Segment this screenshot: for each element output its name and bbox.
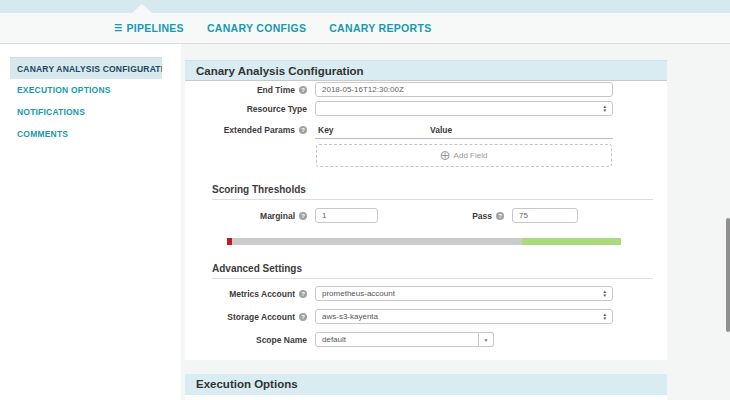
panel-body: End Time Resource Type ▲▼ Extended Param… (185, 80, 667, 360)
storage-account-row: Storage Account aws-s3-kayenta ▲▼ (185, 309, 667, 324)
top-navbar: ☰ PIPELINES CANARY CONFIGS CANARY REPORT… (0, 13, 730, 44)
sidebar-item-comments[interactable]: COMMENTS (10, 123, 162, 145)
hamburger-menu-icon: ☰ (114, 23, 122, 33)
metrics-account-row: Metrics Account prometheus-account ▲▼ (185, 286, 667, 301)
marginal-label-wrap: Marginal (185, 211, 307, 221)
scope-name-value: default (322, 335, 346, 344)
panel-title: Canary Analysis Configuration (185, 60, 667, 80)
pass-label-wrap: Pass (378, 211, 504, 221)
marginal-label: Marginal (260, 211, 295, 221)
scope-name-input[interactable]: default (315, 332, 479, 347)
value-column-header: Value (430, 125, 452, 135)
end-time-row: End Time (185, 82, 667, 97)
select-arrows-icon: ▲▼ (603, 290, 607, 297)
nav-tab-canary-reports[interactable]: CANARY REPORTS (329, 22, 431, 34)
nav-tab-pipelines[interactable]: ☰ PIPELINES (114, 22, 184, 34)
help-icon[interactable] (299, 313, 307, 321)
extended-params-divider (315, 138, 613, 139)
advanced-settings-heading: Advanced Settings (212, 263, 302, 274)
caret-down-icon: ▼ (484, 337, 489, 343)
storage-account-select[interactable]: aws-s3-kayenta ▲▼ (315, 309, 613, 324)
add-circle-icon: ⨁ (441, 151, 450, 160)
pass-input[interactable] (512, 208, 578, 223)
threshold-bar-green (522, 238, 621, 245)
score-threshold-bar (227, 238, 621, 245)
help-icon[interactable] (496, 212, 504, 220)
metrics-account-select[interactable]: prometheus-account ▲▼ (315, 286, 613, 301)
resource-type-label: Resource Type (247, 104, 307, 114)
sidebar-item-execution-options[interactable]: EXECUTION OPTIONS (10, 79, 162, 101)
select-arrows-icon: ▲▼ (603, 105, 607, 112)
scope-name-label-wrap: Scope Name (185, 335, 307, 345)
add-field-button[interactable]: ⨁ Add Field (316, 144, 612, 167)
scoring-thresholds-heading: Scoring Thresholds (212, 184, 306, 195)
storage-account-value: aws-s3-kayenta (322, 312, 378, 321)
scope-name-dropdown-button[interactable]: ▼ (479, 332, 494, 347)
vertical-scrollbar-thumb[interactable] (726, 218, 730, 332)
marginal-input[interactable] (315, 208, 378, 223)
resource-type-row: Resource Type ▲▼ (185, 101, 667, 116)
scope-name-row: Scope Name default ▼ (185, 332, 667, 347)
extended-params-row: Extended Params Key Value (185, 125, 667, 135)
key-column-header: Key (318, 125, 430, 135)
select-arrows-icon: ▲▼ (603, 313, 607, 320)
sidebar-item-canary-analysis-configuration[interactable]: CANARY ANALYSIS CONFIGURATION (10, 57, 162, 79)
nav-tab-canary-configs[interactable]: CANARY CONFIGS (207, 22, 306, 34)
storage-account-label: Storage Account (227, 312, 295, 322)
end-time-label-wrap: End Time (185, 85, 307, 95)
advanced-settings-rule (212, 278, 653, 279)
execution-options-panel-body (185, 395, 667, 400)
metrics-account-label-wrap: Metrics Account (185, 289, 307, 299)
help-icon[interactable] (299, 290, 307, 298)
help-icon[interactable] (299, 86, 307, 94)
nav-tab-canary-reports-label: CANARY REPORTS (329, 22, 431, 34)
resource-type-select[interactable]: ▲▼ (315, 101, 613, 116)
scoring-thresholds-rule (212, 199, 653, 200)
end-time-label: End Time (257, 85, 295, 95)
threshold-bar-track (232, 238, 522, 245)
metrics-account-value: prometheus-account (322, 289, 395, 298)
extended-params-label: Extended Params (224, 125, 295, 135)
resource-type-label-wrap: Resource Type (185, 104, 307, 114)
help-icon[interactable] (299, 212, 307, 220)
extended-params-label-wrap: Extended Params (185, 125, 307, 135)
help-icon[interactable] (299, 126, 307, 134)
thresholds-row: Marginal Pass (185, 208, 667, 223)
pass-label: Pass (472, 211, 492, 221)
active-tab-caret (132, 4, 152, 13)
config-sidebar: CANARY ANALYSIS CONFIGURATION EXECUTION … (0, 44, 181, 400)
nav-tab-canary-configs-label: CANARY CONFIGS (207, 22, 306, 34)
scope-name-label: Scope Name (256, 335, 307, 345)
add-field-label: Add Field (454, 151, 488, 160)
nav-tab-pipelines-label: PIPELINES (126, 22, 184, 34)
canary-analysis-configuration-panel: Canary Analysis Configuration End Time R… (185, 60, 667, 360)
end-time-input[interactable] (315, 82, 613, 97)
top-accent-strip (0, 0, 730, 13)
execution-options-panel-title: Execution Options (185, 374, 667, 395)
metrics-account-label: Metrics Account (229, 289, 295, 299)
extended-params-headers: Key Value (318, 125, 616, 135)
storage-account-label-wrap: Storage Account (185, 312, 307, 322)
sidebar-item-notifications[interactable]: NOTIFICATIONS (10, 101, 162, 123)
